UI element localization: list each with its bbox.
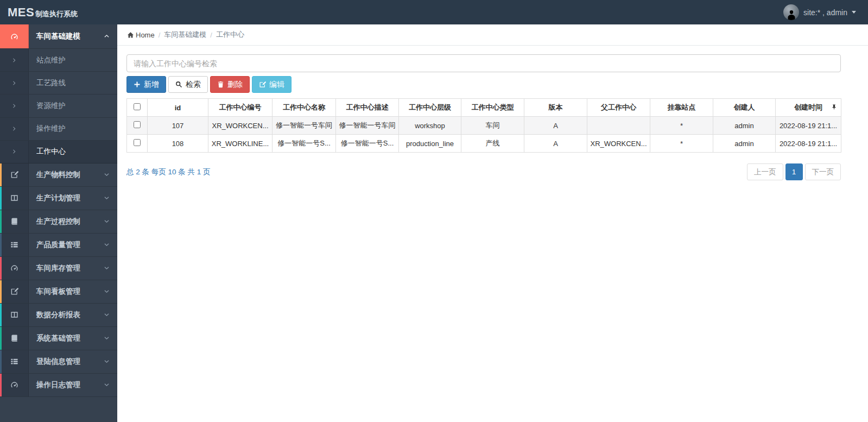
add-button-label: 新增: [144, 80, 159, 90]
column-header-type[interactable]: 工作中心类型: [461, 99, 524, 117]
chevron-right-icon: [0, 72, 29, 94]
sidebar-section-system-management[interactable]: 系统基础管理: [0, 327, 117, 350]
sidebar-section-label: 操作日志管理: [29, 380, 104, 390]
column-header-level[interactable]: 工作中心层级: [399, 99, 461, 117]
column-header-description[interactable]: 工作中心描述: [336, 99, 399, 117]
column-header-site[interactable]: 挂靠站点: [650, 99, 713, 117]
breadcrumb-item-current: 工作中心: [216, 30, 244, 40]
sidebar-section-workshop-modeling[interactable]: 车间基础建模: [0, 24, 117, 49]
cell-name: 修一智能一号S...: [273, 135, 336, 153]
pin-icon[interactable]: [831, 104, 837, 112]
sidebar-section-inventory-management[interactable]: 车间库存管理: [0, 257, 117, 280]
column-header-name[interactable]: 工作中心名称: [273, 99, 336, 117]
breadcrumb: Home / 车间基础建模 / 工作中心: [117, 24, 868, 46]
app-logo-main: MES: [8, 5, 34, 20]
cell-type: 产线: [461, 135, 524, 153]
chevron-up-icon: [104, 32, 110, 41]
columns-icon: [0, 187, 29, 210]
column-header-version[interactable]: 版本: [524, 99, 587, 117]
edit-icon: [0, 280, 29, 303]
accent-strip: [0, 374, 2, 396]
pagination-summary[interactable]: 总 2 条 每页 10 条 共 1 页: [126, 167, 211, 177]
select-all-checkbox[interactable]: [134, 103, 141, 110]
current-page-button[interactable]: 1: [785, 163, 803, 180]
add-button[interactable]: 新增: [126, 76, 166, 93]
chevron-down-icon: [104, 310, 110, 320]
avatar[interactable]: [783, 4, 799, 20]
sidebar-section-quality-management[interactable]: 产品质量管理: [0, 234, 117, 257]
table-row[interactable]: 108 XR_WORKLINE... 修一智能一号S... 修一智能一号S...…: [127, 135, 841, 153]
toolbar: 新增 检索 删除 编辑: [126, 76, 841, 93]
accent-strip: [0, 327, 2, 350]
accent-strip: [0, 280, 2, 303]
delete-button[interactable]: 删除: [210, 76, 250, 93]
plus-icon: [134, 81, 141, 88]
chevron-down-icon: [104, 333, 110, 343]
table-header-row: id 工作中心编号 工作中心名称 工作中心描述 工作中心层级 工作中心类型 版本…: [127, 99, 841, 117]
search-button-label: 检索: [186, 80, 201, 90]
search-input[interactable]: [126, 54, 841, 72]
row-checkbox[interactable]: [134, 139, 141, 146]
accent-strip: [0, 350, 2, 373]
sidebar-section-label: 登陆信息管理: [29, 357, 104, 367]
home-icon: [127, 32, 134, 39]
prev-page-button[interactable]: 上一页: [747, 163, 783, 180]
chevron-right-icon: [0, 141, 29, 163]
chevron-down-icon: [104, 217, 110, 226]
sidebar-section-label: 系统基础管理: [29, 333, 104, 343]
cell-description: 修一智能一号S...: [336, 135, 399, 153]
edit-icon: [259, 81, 266, 88]
accent-strip: [0, 257, 2, 280]
sidebar-item-operation-maintenance[interactable]: 操作维护: [0, 118, 117, 141]
breadcrumb-home[interactable]: Home: [127, 31, 155, 39]
user-menu[interactable]: site:* , admin: [783, 4, 868, 20]
list-icon: [0, 234, 29, 256]
sidebar-item-site-maintenance[interactable]: 站点维护: [0, 49, 117, 72]
sidebar-section-label: 车间库存管理: [29, 263, 104, 273]
search-button[interactable]: 检索: [168, 76, 208, 93]
breadcrumb-item[interactable]: 车间基础建模: [164, 30, 206, 40]
sidebar-section-board-management[interactable]: 车间看板管理: [0, 280, 117, 304]
sidebar-item-process-route[interactable]: 工艺路线: [0, 72, 117, 95]
sidebar-section-process-control[interactable]: 生产过程控制: [0, 210, 117, 234]
column-header-creator[interactable]: 创建人: [713, 99, 776, 117]
top-navbar: MES 制造执行系统 site:* , admin: [0, 0, 868, 24]
cell-site: *: [650, 117, 713, 135]
column-header-id[interactable]: id: [148, 99, 208, 117]
sidebar-item-label: 工艺路线: [29, 78, 117, 88]
sidebar-item-work-center[interactable]: 工作中心: [0, 141, 117, 163]
book-icon: [0, 210, 29, 233]
sidebar-section-operation-logs[interactable]: 操作日志管理: [0, 374, 117, 397]
cell-creator: admin: [713, 135, 776, 153]
person-icon: [786, 9, 797, 20]
caret-down-icon: [852, 11, 856, 14]
sidebar-item-resource-maintenance[interactable]: 资源维护: [0, 95, 117, 117]
cell-level: workshop: [399, 117, 461, 135]
column-header-created-time[interactable]: 创建时间: [776, 99, 841, 117]
next-page-button[interactable]: 下一页: [805, 163, 841, 180]
cell-id: 107: [148, 117, 208, 135]
work-center-table: id 工作中心编号 工作中心名称 工作中心描述 工作中心层级 工作中心类型 版本…: [126, 98, 841, 153]
sidebar-section-label: 车间基础建模: [29, 32, 104, 41]
sidebar-section-data-reports[interactable]: 数据分析报表: [0, 304, 117, 327]
app-logo-sub: 制造执行系统: [35, 9, 78, 19]
sidebar-item-label: 工作中心: [29, 147, 117, 156]
accent-strip: [0, 187, 2, 210]
sidebar-section-plan-management[interactable]: 生产计划管理: [0, 187, 117, 210]
edit-button[interactable]: 编辑: [252, 76, 292, 93]
row-checkbox[interactable]: [134, 121, 141, 128]
cell-parent: [587, 117, 650, 135]
chevron-down-icon: [104, 170, 110, 180]
sidebar-section-material-control[interactable]: 生产物料控制: [0, 163, 117, 187]
sidebar-section-label: 生产过程控制: [29, 217, 104, 226]
sidebar-item-label: 操作维护: [29, 124, 117, 134]
cell-code: XR_WORKCEN...: [208, 117, 273, 135]
cell-creator: admin: [713, 117, 776, 135]
column-header-code[interactable]: 工作中心编号: [208, 99, 273, 117]
sidebar-section-login-info[interactable]: 登陆信息管理: [0, 350, 117, 374]
table-row[interactable]: 107 XR_WORKCEN... 修一智能一号车间 修一智能一号车间 work…: [127, 117, 841, 135]
accent-strip: [0, 304, 2, 326]
cell-site: *: [650, 135, 713, 153]
dashboard-icon: [0, 24, 29, 48]
column-header-parent[interactable]: 父工作中心: [587, 99, 650, 117]
